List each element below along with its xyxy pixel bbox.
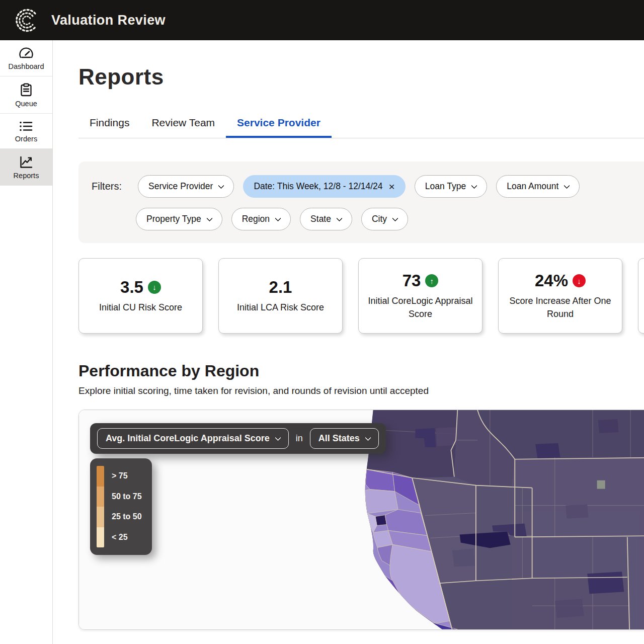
chevron-down-icon bbox=[365, 435, 371, 441]
list-icon bbox=[19, 120, 33, 132]
kpi-value: 24% bbox=[535, 271, 568, 290]
filter-row-2: Property Type Region State City bbox=[136, 208, 644, 230]
tab-bar: Findings Review Team Service Provider bbox=[78, 110, 644, 138]
map-metric-select[interactable]: Avg. Initial CoreLogic Appraisal Score bbox=[97, 428, 289, 449]
trend-up-icon: ↑ bbox=[425, 274, 438, 287]
filter-state[interactable]: State bbox=[300, 208, 352, 230]
kpi-card-lca-risk: 2.1 Initial LCA Risk Score bbox=[218, 258, 343, 334]
kpi-card-score-increase: 24% ↓ Score Increase After One Round bbox=[498, 258, 622, 334]
filter-loan-type[interactable]: Loan Type bbox=[415, 175, 487, 198]
kpi-card-row: 3.5 ↓ Initial CU Risk Score 2.1 Initial … bbox=[78, 258, 644, 334]
filter-region[interactable]: Region bbox=[231, 208, 291, 230]
filter-city[interactable]: City bbox=[361, 208, 408, 230]
filter-loan-amount[interactable]: Loan Amount bbox=[496, 175, 580, 198]
chevron-down-icon bbox=[206, 215, 213, 222]
filter-property-type[interactable]: Property Type bbox=[136, 208, 222, 230]
trend-down-icon: ↓ bbox=[148, 281, 161, 294]
kpi-value: 3.5 bbox=[120, 278, 143, 297]
sidebar-item-orders[interactable]: Orders bbox=[0, 114, 52, 149]
kpi-card-cu-risk: 3.5 ↓ Initial CU Risk Score bbox=[78, 258, 203, 334]
section-subtitle: Explore initial scoring, time taken for … bbox=[78, 385, 644, 396]
filter-row-1: Filters: Service Provider Date: This Wee… bbox=[92, 175, 644, 198]
close-icon[interactable]: × bbox=[389, 181, 395, 192]
line-chart-icon bbox=[19, 155, 33, 169]
kpi-label: Initial LCA Risk Score bbox=[230, 301, 331, 314]
chevron-down-icon bbox=[392, 215, 398, 222]
gauge-icon bbox=[19, 47, 34, 60]
corelogic-logo-icon bbox=[13, 7, 40, 34]
map-conjunction: in bbox=[296, 433, 303, 444]
legend-label: < 25 bbox=[112, 527, 142, 548]
kpi-value: 2.1 bbox=[269, 278, 292, 297]
tab-service-provider[interactable]: Service Provider bbox=[226, 110, 332, 138]
section-title: Performance by Region bbox=[78, 362, 644, 380]
chevron-down-icon bbox=[275, 435, 281, 441]
sidebar-item-reports[interactable]: Reports bbox=[0, 149, 52, 186]
legend-gradient-bar bbox=[97, 466, 104, 547]
filters-label: Filters: bbox=[92, 181, 122, 192]
map-controls: Avg. Initial CoreLogic Appraisal Score i… bbox=[90, 423, 386, 454]
sidebar-item-dashboard[interactable]: Dashboard bbox=[0, 40, 52, 76]
chevron-down-icon bbox=[336, 215, 343, 222]
filter-date-chip[interactable]: Date: This Week, 12/8 - 12/14/24 × bbox=[243, 175, 405, 198]
legend-label: 50 to 75 bbox=[112, 487, 142, 507]
filter-panel: Filters: Service Provider Date: This Wee… bbox=[78, 162, 644, 243]
kpi-card-appraisal-score: 73 ↑ Initial CoreLogic Appraisal Score bbox=[358, 258, 482, 334]
legend-label: 25 to 50 bbox=[112, 507, 142, 527]
chevron-down-icon bbox=[275, 215, 281, 222]
map-legend: > 75 50 to 75 25 to 50 < 25 bbox=[90, 458, 152, 555]
tab-review-team[interactable]: Review Team bbox=[140, 110, 226, 138]
kpi-label: Score Increase After One Round bbox=[499, 295, 622, 320]
legend-label: > 75 bbox=[112, 466, 142, 487]
kpi-value: 73 bbox=[403, 271, 421, 290]
app-header: Valuation Review bbox=[0, 0, 644, 40]
sidebar: Dashboard Queue Orders Reports bbox=[0, 40, 53, 644]
clipboard-icon bbox=[20, 83, 33, 97]
main-content: Reports Findings Review Team Service Pro… bbox=[53, 40, 644, 644]
map-state-select[interactable]: All States bbox=[310, 428, 379, 449]
trend-down-icon: ↓ bbox=[573, 274, 586, 287]
filter-service-provider[interactable]: Service Provider bbox=[138, 175, 234, 198]
chevron-down-icon bbox=[564, 183, 571, 189]
kpi-card-partial bbox=[638, 258, 644, 334]
app-title: Valuation Review bbox=[51, 13, 166, 28]
tab-findings[interactable]: Findings bbox=[78, 110, 140, 138]
chevron-down-icon bbox=[218, 183, 225, 189]
kpi-label: Initial CoreLogic Appraisal Score bbox=[359, 295, 482, 320]
kpi-label: Initial CU Risk Score bbox=[92, 301, 189, 314]
region-map-card: Avg. Initial CoreLogic Appraisal Score i… bbox=[78, 410, 644, 630]
page-title: Reports bbox=[78, 64, 644, 90]
legend-labels: > 75 50 to 75 25 to 50 < 25 bbox=[112, 466, 142, 547]
chevron-down-icon bbox=[471, 183, 477, 189]
sidebar-item-queue[interactable]: Queue bbox=[0, 76, 52, 114]
